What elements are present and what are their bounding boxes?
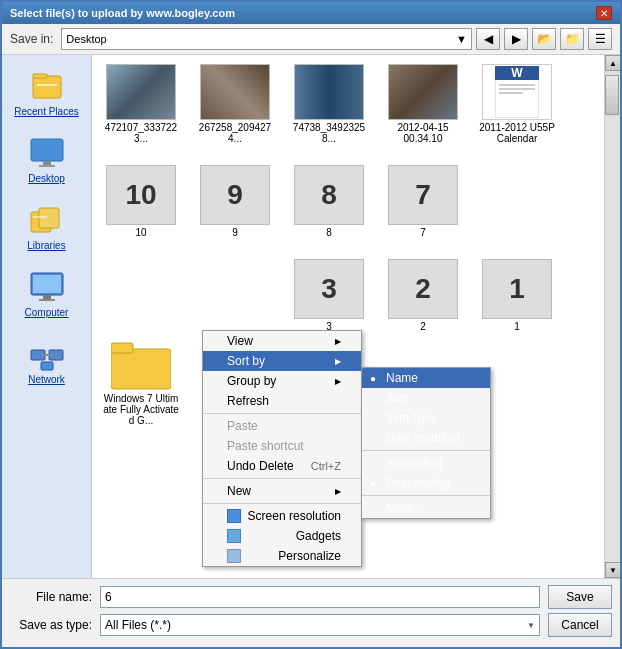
file-item-9[interactable]: 9 9 xyxy=(190,153,280,243)
recent-button[interactable]: 📂 xyxy=(532,28,556,50)
new-folder-button[interactable]: 📁 xyxy=(560,28,584,50)
context-menu-personalize[interactable]: Personalize xyxy=(203,546,361,566)
view-label: View xyxy=(227,334,253,348)
location-combo[interactable]: Desktop ▼ xyxy=(61,28,472,50)
context-menu-paste[interactable]: Paste xyxy=(203,416,361,436)
scroll-down-button[interactable]: ▼ xyxy=(605,562,620,578)
recent-places-icon xyxy=(29,68,65,104)
undo-delete-label: Undo Delete xyxy=(227,459,294,473)
bottom-section: File name: 6 Save Save as type: All File… xyxy=(2,578,620,647)
file-item-word[interactable]: W 2011-2012 U55P Calendar xyxy=(472,59,562,149)
context-menu-gadgets[interactable]: Gadgets xyxy=(203,526,361,546)
view-arrow-icon: ▶ xyxy=(335,337,341,346)
svg-rect-22 xyxy=(499,92,523,94)
computer-icon xyxy=(29,269,65,305)
file-name-input-wrap[interactable]: 6 xyxy=(100,586,540,608)
context-menu-refresh[interactable]: Refresh xyxy=(203,391,361,411)
scroll-up-button[interactable]: ▲ xyxy=(605,55,620,71)
scroll-track[interactable] xyxy=(605,71,620,562)
sort-name[interactable]: ● Name xyxy=(362,368,490,388)
context-menu: View ▶ Sort by ▶ ● Name xyxy=(202,330,362,567)
sort-size[interactable]: Size xyxy=(362,388,490,408)
sort-submenu: ● Name Size Item type Date modified xyxy=(361,367,491,519)
context-menu-screen-resolution[interactable]: Screen resolution xyxy=(203,506,361,526)
sidebar-item-computer[interactable]: Computer xyxy=(7,264,87,323)
file-item-8[interactable]: 8 8 xyxy=(284,153,374,243)
sort-date-modified[interactable]: Date modified xyxy=(362,428,490,448)
sidebar-item-recent-places[interactable]: Recent Places xyxy=(7,63,87,122)
file-thumbnail: 10 xyxy=(106,165,176,225)
paste-label: Paste xyxy=(227,419,258,433)
svg-rect-15 xyxy=(42,354,52,356)
sidebar-item-recent-places-label: Recent Places xyxy=(14,106,78,117)
file-label: 2 xyxy=(420,321,426,332)
context-menu-new[interactable]: New ▶ xyxy=(203,481,361,501)
group-by-label: Group by xyxy=(227,374,276,388)
file-item-photo2[interactable]: 267258_2094274... xyxy=(190,59,280,149)
save-as-value: All Files (*.*) xyxy=(105,618,171,632)
context-menu-undo-delete[interactable]: Undo Delete Ctrl+Z xyxy=(203,456,361,476)
gadgets-icon xyxy=(227,529,241,543)
context-menu-paste-shortcut[interactable]: Paste shortcut xyxy=(203,436,361,456)
network-icon xyxy=(29,336,65,372)
close-button[interactable]: ✕ xyxy=(596,6,612,20)
context-menu-group-by[interactable]: Group by ▶ xyxy=(203,371,361,391)
file-item-folder[interactable]: Windows 7 Ultimate Fully Activated G... xyxy=(96,341,186,431)
sidebar-item-desktop[interactable]: Desktop xyxy=(7,130,87,189)
scroll-thumb[interactable] xyxy=(605,75,619,115)
sort-descending-selected-icon: ● xyxy=(370,478,376,489)
file-thumbnail xyxy=(106,339,176,391)
file-thumbnail: 7 xyxy=(388,165,458,225)
ctx-sep1 xyxy=(203,413,361,414)
dialog-window: Select file(s) to upload by www.bogley.c… xyxy=(0,0,622,649)
sort-sep1 xyxy=(362,450,490,451)
file-label: 472107_3337223... xyxy=(101,122,181,144)
toolbar: Save in: Desktop ▼ ◀ ▶ 📂 📁 ☰ xyxy=(2,24,620,55)
file-thumbnail: W xyxy=(482,64,552,120)
file-thumbnail: 3 xyxy=(294,259,364,319)
file-thumbnail: 9 xyxy=(200,165,270,225)
file-area[interactable]: 472107_3337223... 267258_2094274... 7473… xyxy=(92,55,604,578)
context-menu-sort-by[interactable]: Sort by ▶ ● Name Size I xyxy=(203,351,361,371)
save-in-label: Save in: xyxy=(10,32,53,46)
file-item-photo4[interactable]: 2012-04-1500.34.10 xyxy=(378,59,468,149)
sort-size-label: Size xyxy=(386,391,409,405)
sort-date-modified-label: Date modified xyxy=(386,431,460,445)
svg-rect-2 xyxy=(37,84,57,86)
file-thumbnail: 8 xyxy=(294,165,364,225)
personalize-icon xyxy=(227,549,241,563)
svg-rect-10 xyxy=(33,275,61,293)
sort-descending[interactable]: ● Descending xyxy=(362,473,490,493)
desktop-icon xyxy=(29,135,65,171)
file-item-2[interactable]: 2 2 xyxy=(378,247,468,337)
title-bar-text: Select file(s) to upload by www.bogley.c… xyxy=(10,7,235,19)
views-button[interactable]: ☰ xyxy=(588,28,612,50)
forward-button[interactable]: ▶ xyxy=(504,28,528,50)
vertical-scrollbar[interactable]: ▲ ▼ xyxy=(604,55,620,578)
save-as-combo-arrow-icon: ▼ xyxy=(527,621,535,630)
svg-text:W: W xyxy=(511,66,523,80)
save-as-combo[interactable]: All Files (*.*) ▼ xyxy=(100,614,540,636)
context-menu-container: View ▶ Sort by ▶ ● Name xyxy=(202,330,362,567)
screen-resolution-icon xyxy=(227,509,241,523)
sidebar-item-libraries[interactable]: Libraries xyxy=(7,197,87,256)
file-label: 7 xyxy=(420,227,426,238)
file-item-3[interactable]: 3 3 xyxy=(284,247,374,337)
sidebar-item-network[interactable]: Network xyxy=(7,331,87,390)
file-item-7[interactable]: 7 7 xyxy=(378,153,468,243)
file-thumbnail xyxy=(388,64,458,120)
file-label: 2012-04-1500.34.10 xyxy=(397,122,448,144)
file-thumbnail: 1 xyxy=(482,259,552,319)
file-item-photo3[interactable]: 74738_34923258... xyxy=(284,59,374,149)
back-button[interactable]: ◀ xyxy=(476,28,500,50)
file-item-1[interactable]: 1 1 xyxy=(472,247,562,337)
save-button[interactable]: Save xyxy=(548,585,612,609)
file-item-photo1[interactable]: 472107_3337223... xyxy=(96,59,186,149)
sort-ascending[interactable]: Ascending xyxy=(362,453,490,473)
cancel-button[interactable]: Cancel xyxy=(548,613,612,637)
sort-item-type[interactable]: Item type xyxy=(362,408,490,428)
context-menu-view[interactable]: View ▶ xyxy=(203,331,361,351)
sort-more[interactable]: More... xyxy=(362,498,490,518)
file-item-10[interactable]: 10 10 xyxy=(96,153,186,243)
sort-more-label: More... xyxy=(386,501,423,515)
